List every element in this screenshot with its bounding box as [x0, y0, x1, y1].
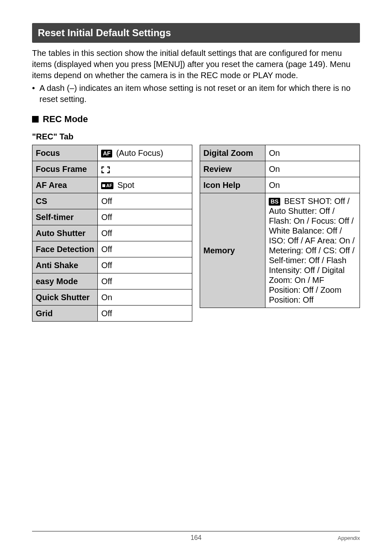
table-row: Quick Shutter On: [32, 289, 192, 306]
table-row: Memory BS BEST SHOT: Off / Auto Shutter:…: [200, 193, 360, 308]
spot-af-icon: AF: [101, 182, 113, 189]
footer-divider: [32, 531, 360, 532]
square-bullet-icon: [32, 116, 39, 123]
setting-label: Focus Frame: [32, 161, 98, 177]
setting-value: On: [98, 289, 192, 306]
footer-section-label: Appendix: [338, 535, 360, 541]
rec-tab-tables: Focus AF (Auto Focus) Focus Frame: [32, 145, 360, 322]
table-row: Icon Help On: [200, 177, 360, 193]
setting-value: On: [265, 161, 360, 177]
setting-value: BS BEST SHOT: Off / Auto Shutter: Off / …: [265, 193, 360, 308]
memory-value-text: BEST SHOT: Off / Auto Shutter: Off / Fla…: [269, 197, 355, 304]
table-row: CS Off: [32, 193, 192, 209]
page-footer: 164 Appendix: [32, 531, 360, 542]
table-row: Auto Shutter Off: [32, 225, 192, 241]
setting-label: CS: [32, 193, 98, 209]
setting-value: Off: [98, 257, 192, 273]
setting-label: Anti Shake: [32, 257, 98, 273]
setting-value: AF (Auto Focus): [98, 145, 192, 161]
rec-mode-heading-text: REC Mode: [43, 114, 88, 125]
table-row: Anti Shake Off: [32, 257, 192, 273]
rec-tab-label: "REC" Tab: [32, 132, 360, 141]
setting-label: Auto Shutter: [32, 225, 98, 241]
setting-label: Memory: [200, 193, 265, 308]
bs-icon: BS: [269, 198, 280, 206]
setting-value: Off: [98, 225, 192, 241]
table-row: Face Detection Off: [32, 241, 192, 257]
setting-label: Face Detection: [32, 241, 98, 257]
setting-value: [98, 161, 192, 177]
table-row: Grid Off: [32, 306, 192, 322]
bullet-marker: •: [32, 83, 39, 105]
setting-value: AF Spot: [98, 177, 192, 193]
table-row: Digital Zoom On: [200, 145, 360, 161]
setting-label: Self-timer: [32, 209, 98, 225]
rec-tab-right-table: Digital Zoom On Review On Icon Help On M…: [200, 145, 360, 308]
focus-value-text: (Auto Focus): [114, 148, 163, 157]
setting-label: Grid: [32, 306, 98, 322]
setting-label: Digital Zoom: [200, 145, 265, 161]
table-row: Focus AF (Auto Focus): [32, 145, 192, 161]
table-row: Review On: [200, 161, 360, 177]
setting-label: Quick Shutter: [32, 289, 98, 306]
setting-value: Off: [98, 241, 192, 257]
af-icon: AF: [101, 150, 112, 157]
bullet-text: A dash (–) indicates an item whose setti…: [39, 83, 360, 105]
setting-label: Icon Help: [200, 177, 265, 193]
page-number: 164: [141, 534, 251, 542]
intro-paragraph: The tables in this section show the init…: [32, 48, 360, 81]
setting-value: On: [265, 177, 360, 193]
setting-value: Off: [98, 306, 192, 322]
rec-mode-heading: REC Mode: [32, 114, 360, 125]
setting-label: easy Mode: [32, 273, 98, 289]
af-area-value-text: Spot: [115, 181, 134, 190]
setting-value: Off: [98, 273, 192, 289]
table-row: Self-timer Off: [32, 209, 192, 225]
setting-label: AF Area: [32, 177, 98, 193]
setting-label: Focus: [32, 145, 98, 161]
rec-tab-left-table: Focus AF (Auto Focus) Focus Frame: [32, 145, 192, 322]
bullet-item: • A dash (–) indicates an item whose set…: [32, 83, 360, 105]
setting-value: On: [265, 145, 360, 161]
section-title-bar: Reset Initial Default Settings: [32, 23, 360, 43]
section-title: Reset Initial Default Settings: [38, 27, 171, 39]
setting-value: Off: [98, 209, 192, 225]
table-row: Focus Frame: [32, 161, 192, 177]
setting-value: Off: [98, 193, 192, 209]
focus-frame-icon: [101, 166, 110, 174]
table-row: easy Mode Off: [32, 273, 192, 289]
table-row: AF Area AF Spot: [32, 177, 192, 193]
setting-label: Review: [200, 161, 265, 177]
